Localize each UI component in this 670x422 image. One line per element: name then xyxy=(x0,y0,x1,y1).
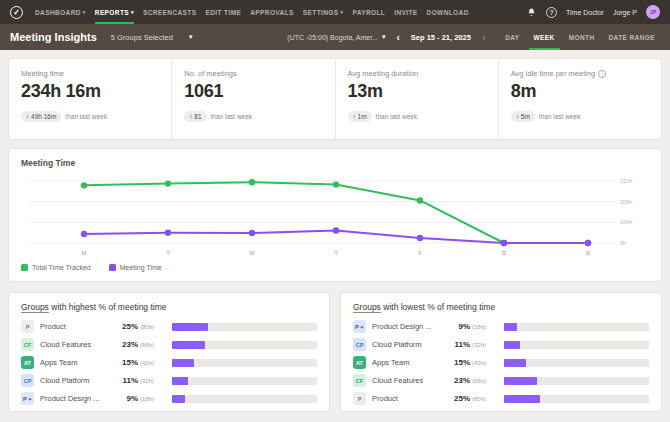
group-row-product-design[interactable]: P✦Product Design ...9%(18h) xyxy=(21,392,317,405)
delta-suffix: than last week xyxy=(376,113,418,120)
group-bar-fill xyxy=(172,341,205,349)
group-name: Apps Team xyxy=(372,358,444,367)
legend-swatch-icon xyxy=(21,264,28,271)
group-title-rest: with lowest % of meeting time xyxy=(381,302,495,312)
period-tab-month[interactable]: MONTH xyxy=(564,24,600,50)
chevron-down-icon: ▾ xyxy=(189,33,193,41)
groups-highest-panel: Groups with highest % of meeting timePPr… xyxy=(8,292,330,412)
group-name: Product Design ... xyxy=(40,394,112,403)
nav-item-settings[interactable]: SETTINGS▾ xyxy=(303,0,344,24)
group-row-cloud-platform[interactable]: CPCloud Platform11%(32h) xyxy=(21,374,317,387)
group-panel-title: Groups with lowest % of meeting time xyxy=(353,302,649,312)
data-point-total-time-tracked[interactable] xyxy=(417,197,423,203)
data-point-total-time-tracked[interactable] xyxy=(165,180,171,186)
group-percent: 9% xyxy=(112,394,138,403)
help-icon[interactable]: ? xyxy=(546,7,557,18)
stat-label: Avg idle time per meetingi xyxy=(511,69,649,78)
delta-badge: ↑ 81 xyxy=(184,111,206,122)
delta-badge: ↑ 5m xyxy=(511,111,535,122)
group-percent: 23% xyxy=(444,376,470,385)
legend-item-meeting-time[interactable]: Meeting Time xyxy=(109,264,162,271)
date-range-label[interactable]: Sep 15 - 21, 2025 xyxy=(411,33,471,42)
data-point-total-time-tracked[interactable] xyxy=(333,181,339,187)
group-name: Cloud Platform xyxy=(40,376,112,385)
groups-lowest-panel: Groups with lowest % of meeting timeP✦Pr… xyxy=(340,292,662,412)
group-hours: (18h) xyxy=(140,396,168,402)
series-line-total-time-tracked xyxy=(84,182,588,243)
data-point-meeting-time[interactable] xyxy=(417,235,423,241)
group-bar-fill xyxy=(172,359,194,367)
x-axis-label: M xyxy=(82,250,87,256)
y-tick-label: 208h xyxy=(620,199,632,205)
data-point-meeting-time[interactable] xyxy=(81,231,87,237)
prev-week-button[interactable]: ‹ xyxy=(394,32,401,43)
data-point-meeting-time[interactable] xyxy=(249,230,255,236)
next-week-button[interactable]: › xyxy=(480,32,487,43)
nav-item-edit-time[interactable]: EDIT TIME xyxy=(205,0,241,24)
group-panels-row: Groups with highest % of meeting timePPr… xyxy=(8,292,662,412)
user-name[interactable]: Jorge P xyxy=(613,9,637,16)
group-name: Cloud Features xyxy=(40,340,112,349)
nav-item-download[interactable]: DOWNLOAD xyxy=(427,0,469,24)
group-row-product[interactable]: PProduct25%(80h) xyxy=(353,392,649,405)
group-bar-track xyxy=(504,377,649,385)
groups-selector-dropdown[interactable]: 5 Groups Selected ▾ xyxy=(111,33,193,42)
group-row-cloud-platform[interactable]: CPCloud Platform11%(32h) xyxy=(353,338,649,351)
x-axis-label: F xyxy=(418,250,422,256)
group-row-apps-team[interactable]: ATApps Team15%(42h) xyxy=(21,356,317,369)
group-bar-track xyxy=(172,323,317,331)
nav-item-label: REPORTS xyxy=(95,9,129,16)
info-icon[interactable]: i xyxy=(598,70,606,78)
group-bar-fill xyxy=(172,395,185,403)
group-row-cloud-features[interactable]: CFCloud Features23%(66h) xyxy=(21,338,317,351)
group-row-product-design[interactable]: P✦Product Design ...9%(18h) xyxy=(353,320,649,333)
group-bar-track xyxy=(172,395,317,403)
group-bar-fill xyxy=(504,341,520,349)
groups-selector-label: 5 Groups Selected xyxy=(111,33,173,42)
group-name: Product xyxy=(40,322,112,331)
chevron-down-icon: ▾ xyxy=(382,33,386,41)
group-bar-fill xyxy=(504,395,540,403)
data-point-total-time-tracked[interactable] xyxy=(81,182,87,188)
timedoctor-logo-icon[interactable]: ✓ xyxy=(10,6,23,19)
nav-left: ✓ DASHBOARD▾REPORTS▾SCREENCASTSEDIT TIME… xyxy=(10,0,469,24)
data-point-meeting-time[interactable] xyxy=(333,227,339,233)
data-point-meeting-time[interactable] xyxy=(165,229,171,235)
data-point-meeting-time[interactable] xyxy=(585,240,591,246)
company-name[interactable]: Time Doctor xyxy=(566,9,604,16)
timezone-dropdown[interactable]: (UTC -05:00) Bogota, Amer... ▾ xyxy=(287,33,385,41)
line-chart-svg: 312h208h104h0hMTWTFSS xyxy=(21,171,649,259)
group-row-cloud-features[interactable]: CFCloud Features23%(66h) xyxy=(353,374,649,387)
period-tab-date-range[interactable]: DATE RANGE xyxy=(604,24,661,50)
stat-label: No. of meetings xyxy=(184,69,322,78)
nav-item-screencasts[interactable]: SCREENCASTS xyxy=(143,0,197,24)
group-name: Product Design ... xyxy=(372,322,444,331)
notifications-bell-icon[interactable] xyxy=(526,7,537,18)
period-tab-day[interactable]: DAY xyxy=(500,24,524,50)
nav-items: DASHBOARD▾REPORTS▾SCREENCASTSEDIT TIMEAP… xyxy=(35,0,469,24)
group-panel-title: Groups with highest % of meeting time xyxy=(21,302,317,312)
group-avatar: CP xyxy=(21,374,34,387)
nav-item-approvals[interactable]: APPROVALS xyxy=(250,0,294,24)
user-avatar[interactable]: JP xyxy=(646,5,660,19)
data-point-meeting-time[interactable] xyxy=(501,240,507,246)
data-point-total-time-tracked[interactable] xyxy=(249,179,255,185)
group-row-product[interactable]: PProduct25%(80h) xyxy=(21,320,317,333)
chevron-down-icon: ▾ xyxy=(131,9,134,15)
group-hours: (42h) xyxy=(140,360,168,366)
group-bar-fill xyxy=(172,377,188,385)
design-sparkle-icon: ✦ xyxy=(28,396,32,402)
nav-item-payroll[interactable]: PAYROLL xyxy=(352,0,385,24)
period-tab-week[interactable]: WEEK xyxy=(529,24,560,50)
group-percent: 15% xyxy=(112,358,138,367)
chart-title: Meeting Time xyxy=(21,158,649,168)
top-nav: ✓ DASHBOARD▾REPORTS▾SCREENCASTSEDIT TIME… xyxy=(0,0,670,24)
group-bar-track xyxy=(172,341,317,349)
chart-legend: Total Time TrackedMeeting Time xyxy=(21,264,649,271)
nav-item-reports[interactable]: REPORTS▾ xyxy=(95,0,134,24)
nav-item-invite[interactable]: INVITE xyxy=(394,0,417,24)
legend-item-total-time-tracked[interactable]: Total Time Tracked xyxy=(21,264,91,271)
nav-item-dashboard[interactable]: DASHBOARD▾ xyxy=(35,0,86,24)
stat-label-text: Avg idle time per meeting xyxy=(511,69,596,78)
group-row-apps-team[interactable]: ATApps Team15%(42h) xyxy=(353,356,649,369)
